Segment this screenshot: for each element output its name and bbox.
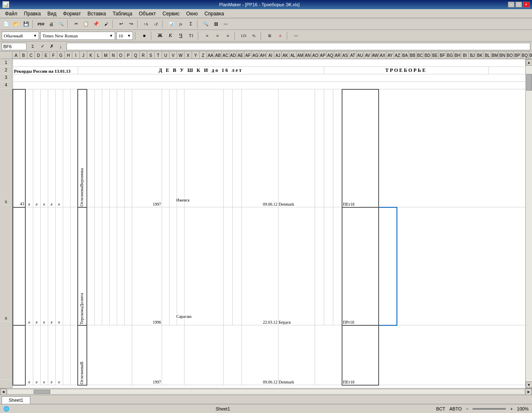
- cell-D6[interactable]: #: [40, 207, 48, 325]
- cell-AE7[interactable]: Denmark: [278, 325, 315, 385]
- cell-AJ6[interactable]: [324, 207, 333, 325]
- col-S[interactable]: S: [147, 52, 155, 59]
- maximize-button[interactable]: □: [515, 2, 522, 7]
- cell-T5[interactable]: [184, 89, 223, 207]
- col-AU[interactable]: AU: [357, 52, 364, 59]
- menu-object[interactable]: Объект: [135, 10, 159, 17]
- format-num-btn[interactable]: 123: [239, 31, 248, 40]
- col-AG[interactable]: AG: [252, 52, 259, 59]
- col-AL[interactable]: AL: [289, 52, 297, 59]
- col-AB[interactable]: AB: [214, 52, 222, 59]
- col-BK[interactable]: BK: [476, 52, 484, 59]
- col-AX[interactable]: AX: [379, 52, 387, 59]
- new-button[interactable]: 📄: [2, 20, 11, 29]
- cell-F5[interactable]: #: [55, 89, 63, 207]
- zoom-out-btn[interactable]: −: [466, 406, 468, 411]
- row-header-7[interactable]: [0, 322, 12, 380]
- open-button[interactable]: 📂: [12, 20, 21, 29]
- row-header-6[interactable]: 6: [0, 205, 12, 322]
- col-AM[interactable]: AM: [297, 52, 304, 59]
- formula-input[interactable]: [66, 43, 530, 50]
- minimize-button[interactable]: ─: [508, 2, 515, 7]
- col-BP[interactable]: BP: [514, 52, 521, 59]
- col-BE[interactable]: BE: [431, 52, 439, 59]
- col-Q[interactable]: Q: [132, 52, 140, 59]
- col-O[interactable]: O: [117, 52, 125, 59]
- col-AN[interactable]: AN: [304, 52, 312, 59]
- col-BQ[interactable]: BQ: [521, 52, 529, 59]
- cell-A5[interactable]: 43: [13, 89, 25, 207]
- col-C[interactable]: C: [27, 52, 35, 59]
- col-AV[interactable]: AV: [364, 52, 372, 59]
- cell-H7[interactable]: [70, 325, 78, 385]
- cell-I2[interactable]: Д Е В У Ш К И до 16 лет: [78, 67, 324, 74]
- col-AZ[interactable]: AZ: [394, 52, 401, 59]
- cell-A1[interactable]: [13, 59, 532, 67]
- cell-N5[interactable]: [117, 89, 124, 207]
- cell-AI5[interactable]: [315, 89, 324, 207]
- cell-BF6[interactable]: [379, 207, 397, 325]
- preview-button[interactable]: 🔍: [57, 20, 66, 29]
- fx-btn[interactable]: Σ: [28, 43, 37, 50]
- menu-help[interactable]: Справка: [201, 10, 227, 17]
- cell-L5[interactable]: [102, 89, 109, 207]
- cell-E6[interactable]: #: [48, 207, 55, 325]
- menu-window[interactable]: Окно: [183, 10, 201, 17]
- scroll-up-button[interactable]: ▲: [526, 59, 532, 66]
- scroll-track-vertical[interactable]: [526, 66, 532, 381]
- col-R[interactable]: R: [140, 52, 147, 59]
- color-square[interactable]: ■: [140, 31, 149, 40]
- row-header-2[interactable]: 2: [0, 66, 12, 74]
- more-btn[interactable]: >>: [221, 20, 230, 29]
- cell-AJ5[interactable]: [324, 89, 333, 207]
- sheet-tab-1[interactable]: Sheet1: [2, 396, 30, 404]
- col-BB[interactable]: BB: [409, 52, 416, 59]
- align-center-btn[interactable]: ≡: [213, 31, 222, 40]
- cell-S6[interactable]: [177, 207, 184, 325]
- zoom-in-btn[interactable]: 🔍: [201, 20, 210, 29]
- col-AF[interactable]: AF: [244, 52, 252, 59]
- cell-AK6[interactable]: [333, 207, 342, 325]
- cell-reference-input[interactable]: BF6: [2, 43, 27, 50]
- cell-AA6[interactable]: 22.03.12: [241, 207, 278, 325]
- cell-P5[interactable]: 1997: [132, 89, 162, 207]
- t1-button[interactable]: T1: [187, 31, 196, 40]
- cell-D7[interactable]: #: [40, 325, 48, 385]
- cell-T6[interactable]: [184, 207, 223, 325]
- menu-service[interactable]: Сервис: [159, 10, 183, 17]
- save-button[interactable]: 💾: [22, 20, 31, 29]
- func-button[interactable]: fx: [176, 20, 185, 29]
- cell-AA5[interactable]: 09.06.12: [241, 89, 278, 207]
- cell-E5[interactable]: #: [48, 89, 55, 207]
- row-header-3[interactable]: 3: [0, 74, 12, 81]
- sum-button[interactable]: Σ: [186, 20, 195, 29]
- undo-button[interactable]: ↩: [116, 20, 126, 29]
- cell-AE5[interactable]: Denmark: [278, 89, 315, 207]
- col-AR[interactable]: AR: [334, 52, 342, 59]
- copy-button[interactable]: 📋: [81, 20, 91, 29]
- cell-F6[interactable]: #: [55, 207, 63, 325]
- align-left-btn[interactable]: ≡: [202, 31, 212, 40]
- col-BL[interactable]: BL: [484, 52, 491, 59]
- menu-table[interactable]: Таблица: [109, 10, 135, 17]
- cell-G5[interactable]: [63, 89, 70, 207]
- col-AD[interactable]: AD: [229, 52, 237, 59]
- cell-F7[interactable]: #: [55, 325, 63, 385]
- insert-img-btn[interactable]: 🖼: [211, 20, 220, 29]
- formula-expand[interactable]: ↓: [57, 43, 65, 50]
- col-BM[interactable]: BM: [491, 52, 499, 59]
- col-AY[interactable]: AY: [387, 52, 394, 59]
- bold-button[interactable]: Ж: [155, 31, 165, 40]
- print-button[interactable]: 🖨: [47, 20, 56, 29]
- cut-button[interactable]: ✂: [71, 20, 81, 29]
- cell-Q6[interactable]: [162, 207, 169, 325]
- cell-D5[interactable]: #: [40, 89, 48, 207]
- col-AQ[interactable]: AQ: [327, 52, 334, 59]
- cell-I5[interactable]: ОглезневаВероника: [78, 89, 87, 207]
- cell-P7[interactable]: 1997: [132, 325, 162, 385]
- cell-N6[interactable]: [117, 207, 124, 325]
- col-J[interactable]: J: [80, 52, 87, 59]
- cell-C7[interactable]: #: [33, 325, 40, 385]
- cell-Z5[interactable]: [232, 89, 241, 207]
- formula-check[interactable]: ✓: [38, 43, 47, 50]
